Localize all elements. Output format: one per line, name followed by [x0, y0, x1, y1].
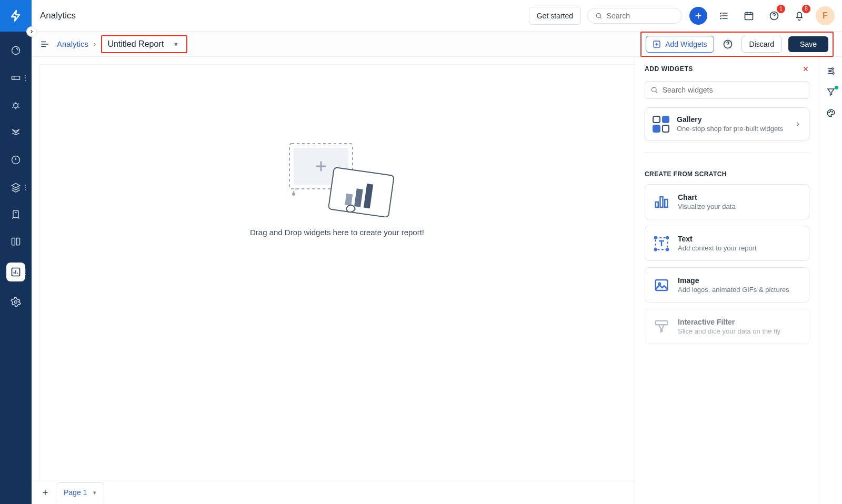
breadcrumb-root[interactable]: Analytics: [57, 39, 88, 48]
svg-rect-24: [665, 199, 667, 207]
checklist-button[interactable]: [715, 7, 733, 25]
filter-indicator-dot: [835, 86, 838, 89]
topbar: Analytics Get started 1 8 F: [32, 0, 842, 32]
report-title-dropdown[interactable]: Untitled Report ▼: [101, 35, 187, 53]
svg-point-33: [831, 68, 833, 69]
sidebar-item-tickets[interactable]: [11, 73, 21, 83]
search-icon: [595, 12, 603, 20]
caret-down-icon: ▾: [93, 489, 96, 496]
settings-tool[interactable]: [826, 66, 836, 76]
empty-text: Drag and Drop widgets here to create you…: [250, 228, 424, 237]
widget-subtitle: Slice and dice your data on the fly: [678, 327, 800, 335]
svg-point-26: [655, 236, 657, 238]
widget-search[interactable]: [645, 81, 809, 99]
left-sidebar: ⋮ ⋮ ⋮: [0, 0, 32, 504]
svg-rect-32: [656, 320, 668, 325]
widget-title: Text: [678, 235, 800, 243]
filter-tool[interactable]: [826, 87, 836, 97]
more-icon[interactable]: ⋮: [22, 75, 28, 81]
empty-state: Drag and Drop widgets here to create you…: [250, 138, 424, 237]
gallery-subtitle: One-stop shop for pre-built widgets: [677, 125, 787, 133]
svg-point-34: [829, 70, 831, 72]
svg-point-7: [596, 13, 600, 17]
get-started-button[interactable]: Get started: [529, 7, 581, 25]
create-from-scratch-label: CREATE FROM SCRATCH: [645, 170, 809, 178]
widget-subtitle: Visualize your data: [678, 203, 800, 210]
save-button[interactable]: Save: [788, 36, 828, 52]
notifications-badge: 8: [802, 5, 810, 13]
expand-sidebar-button[interactable]: [26, 26, 37, 37]
sidebar-item-alerts[interactable]: [11, 155, 21, 165]
chart-icon: [654, 194, 669, 210]
plus-icon: [41, 488, 49, 497]
widget-title: Chart: [678, 193, 800, 201]
breadcrumb-current: Untitled Report: [107, 39, 164, 49]
toggle-nav-icon[interactable]: [40, 39, 49, 49]
help-button[interactable]: 1: [765, 7, 783, 25]
new-button[interactable]: [689, 7, 707, 25]
toolbar-actions: Add Widgets Discard Save: [640, 32, 834, 57]
widget-subtitle: Add logos, animated GIFs & pictures: [678, 286, 800, 294]
global-search[interactable]: [587, 8, 682, 24]
svg-point-6: [15, 301, 17, 304]
close-icon: [802, 65, 809, 73]
gallery-icon: [653, 116, 669, 133]
sidebar-item-release[interactable]: [11, 209, 21, 220]
image-icon: [654, 277, 669, 293]
sidebar-nav: ⋮ ⋮ ⋮: [0, 43, 32, 309]
theme-tool[interactable]: [826, 108, 836, 118]
widget-title: Image: [678, 276, 800, 285]
sidebar-item-sprints[interactable]: [11, 45, 21, 56]
svg-point-28: [655, 248, 657, 250]
filter-icon: [654, 319, 669, 335]
calendar-button[interactable]: [740, 7, 758, 25]
more-icon[interactable]: ⋮: [22, 269, 28, 275]
svg-point-21: [651, 87, 656, 92]
widget-chart[interactable]: Chart Visualize your data: [645, 184, 809, 219]
gallery-card[interactable]: Gallery One-stop shop for pre-built widg…: [645, 107, 809, 140]
notifications-button[interactable]: 8: [790, 7, 808, 25]
sidebar-item-test[interactable]: [11, 127, 21, 138]
sliders-icon: [826, 66, 836, 76]
svg-point-0: [12, 47, 20, 55]
widget-image[interactable]: Image Add logos, animated GIFs & picture…: [645, 267, 809, 303]
sidebar-item-layers[interactable]: [11, 182, 21, 193]
add-widgets-button[interactable]: Add Widgets: [646, 36, 714, 53]
subbar: Analytics › Untitled Report ▼ Add Widget…: [32, 32, 842, 57]
svg-point-27: [666, 236, 668, 238]
avatar[interactable]: F: [816, 6, 835, 25]
search-icon: [650, 86, 658, 94]
right-tool-strip: [819, 57, 842, 504]
plus-icon: [694, 11, 703, 21]
svg-rect-30: [656, 280, 668, 290]
close-panel-button[interactable]: [802, 65, 809, 73]
search-input[interactable]: [607, 12, 674, 20]
widget-title: Interactive Filter: [678, 318, 800, 326]
add-page-button[interactable]: [35, 488, 56, 497]
funnel-icon: [826, 87, 836, 97]
app-logo[interactable]: [0, 0, 32, 32]
svg-rect-4: [13, 211, 18, 218]
sidebar-item-issues[interactable]: [11, 100, 21, 110]
sidebar-item-wiki[interactable]: [11, 237, 21, 247]
plus-box-icon: [653, 40, 661, 48]
page-tab-label: Page 1: [64, 488, 87, 497]
widget-filter[interactable]: Interactive Filter Slice and dice your d…: [645, 309, 809, 344]
svg-point-37: [830, 111, 831, 112]
widgets-help-icon[interactable]: [720, 39, 735, 49]
page-tabs: Page 1 ▾: [32, 480, 635, 504]
widget-search-input[interactable]: [663, 86, 804, 94]
app-title: Analytics: [39, 11, 76, 21]
caret-down-icon: ▼: [173, 41, 179, 47]
gallery-title: Gallery: [677, 115, 787, 124]
svg-point-35: [833, 73, 834, 74]
chevron-right-icon: ›: [94, 40, 96, 48]
more-icon[interactable]: ⋮: [22, 184, 28, 190]
sidebar-item-settings[interactable]: [11, 297, 21, 307]
discard-button[interactable]: Discard: [741, 36, 782, 53]
report-canvas[interactable]: Drag and Drop widgets here to create you…: [39, 64, 635, 480]
svg-point-2: [14, 104, 18, 108]
page-tab-1[interactable]: Page 1 ▾: [56, 482, 104, 502]
widget-text[interactable]: Text Add context to your report: [645, 226, 809, 261]
panel-title: ADD WIDGETS: [645, 65, 802, 73]
